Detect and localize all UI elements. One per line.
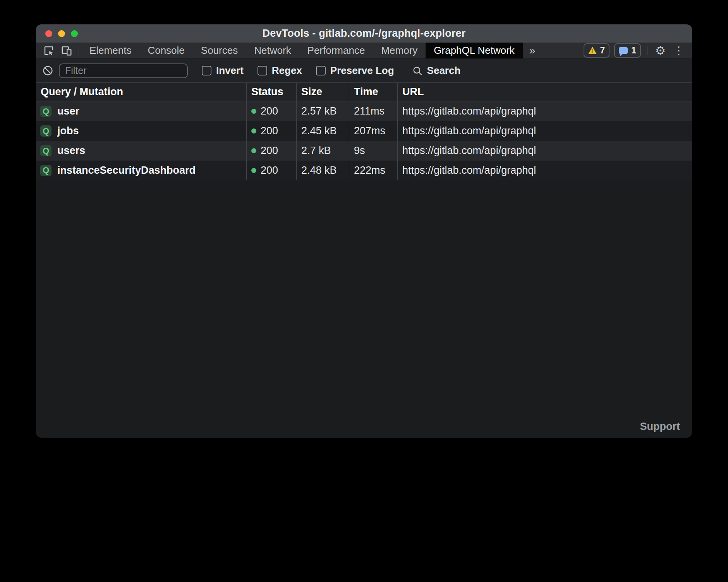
- table-row[interactable]: Q users 200 2.7 kB 9s https://gitlab.com…: [36, 141, 692, 161]
- tab-memory[interactable]: Memory: [373, 43, 426, 58]
- support-link[interactable]: Support: [638, 420, 682, 433]
- close-button[interactable]: [45, 30, 52, 37]
- checkbox-icon: [258, 66, 267, 75]
- tab-console[interactable]: Console: [139, 43, 192, 58]
- query-name: jobs: [57, 125, 79, 137]
- table-header: Query / Mutation Status Size Time URL: [36, 83, 692, 101]
- preserve-log-label: Preserve Log: [330, 65, 394, 77]
- checkbox-icon: [316, 66, 326, 75]
- column-header-time[interactable]: Time: [349, 83, 397, 101]
- regex-label: Regex: [272, 65, 302, 77]
- filter-toolbar: Invert Regex Preserve Log Search: [36, 59, 692, 83]
- devtools-tool-icons: [36, 43, 76, 58]
- warning-count: 7: [600, 45, 605, 56]
- query-type-badge: Q: [40, 106, 52, 117]
- query-type-badge: Q: [40, 165, 52, 176]
- column-header-status[interactable]: Status: [246, 83, 296, 101]
- query-name-cell: Q users: [36, 141, 246, 161]
- issue-count: 1: [631, 45, 636, 56]
- query-name: users: [57, 145, 85, 157]
- filter-input[interactable]: [59, 63, 188, 78]
- search-label: Search: [427, 65, 461, 77]
- search-icon: [412, 65, 423, 76]
- query-name-cell: Q instanceSecurityDashboard: [36, 161, 246, 180]
- column-header-query[interactable]: Query / Mutation: [36, 83, 246, 101]
- search-button[interactable]: Search: [410, 64, 463, 77]
- size-cell: 2.48 kB: [296, 161, 349, 180]
- more-options-icon[interactable]: ⋮: [672, 44, 686, 57]
- status-value: 200: [261, 125, 278, 137]
- tab-graphql-network[interactable]: GraphQL Network: [426, 43, 523, 58]
- url-cell: https://gitlab.com/api/graphql: [397, 161, 692, 180]
- issues-badge[interactable]: 1: [614, 43, 641, 58]
- status-ok-dot-icon: [251, 148, 256, 153]
- devtools-window: DevTools - gitlab.com/-/graphql-explorer…: [36, 24, 692, 438]
- clear-block-icon[interactable]: [42, 65, 53, 76]
- window-title: DevTools - gitlab.com/-/graphql-explorer: [36, 27, 692, 39]
- status-cell: 200: [246, 101, 296, 121]
- regex-checkbox[interactable]: Regex: [258, 65, 302, 77]
- warning-triangle-icon: [588, 47, 597, 54]
- tabbar-divider: [647, 46, 647, 55]
- device-toolbar-icon[interactable]: [61, 45, 72, 56]
- tabbar-right-cluster: 7 1 ⚙ ⋮: [584, 43, 692, 58]
- query-type-badge: Q: [40, 145, 52, 156]
- status-value: 200: [261, 164, 278, 176]
- query-name: user: [57, 105, 79, 117]
- status-ok-dot-icon: [251, 168, 256, 173]
- url-cell: https://gitlab.com/api/graphql: [397, 101, 692, 121]
- invert-label: Invert: [216, 65, 244, 77]
- tab-sources[interactable]: Sources: [193, 43, 246, 58]
- traffic-lights: [45, 24, 78, 43]
- size-cell: 2.7 kB: [296, 141, 349, 161]
- status-cell: 200: [246, 161, 296, 180]
- table-row[interactable]: Q instanceSecurityDashboard 200 2.48 kB …: [36, 161, 692, 180]
- tab-performance[interactable]: Performance: [299, 43, 373, 58]
- query-type-badge: Q: [40, 125, 52, 137]
- status-ok-dot-icon: [251, 128, 256, 134]
- checkbox-icon: [202, 66, 211, 75]
- titlebar: DevTools - gitlab.com/-/graphql-explorer: [36, 24, 692, 43]
- status-ok-dot-icon: [251, 109, 256, 114]
- status-cell: 200: [246, 141, 296, 161]
- warnings-badge[interactable]: 7: [584, 43, 610, 58]
- more-tabs-chevron-icon[interactable]: »: [523, 43, 542, 58]
- time-cell: 211ms: [349, 101, 397, 121]
- zoom-button[interactable]: [71, 30, 78, 37]
- size-cell: 2.45 kB: [296, 121, 349, 141]
- tab-bar: Elements Console Sources Network Perform…: [36, 43, 692, 59]
- column-header-url[interactable]: URL: [397, 83, 692, 101]
- table-row[interactable]: Q user 200 2.57 kB 211ms https://gitlab.…: [36, 101, 692, 121]
- url-cell: https://gitlab.com/api/graphql: [397, 141, 692, 161]
- inspect-element-icon[interactable]: [43, 45, 55, 56]
- status-value: 200: [261, 105, 278, 117]
- settings-gear-icon[interactable]: ⚙: [654, 44, 667, 57]
- time-cell: 9s: [349, 141, 397, 161]
- table-row[interactable]: Q jobs 200 2.45 kB 207ms https://gitlab.…: [36, 121, 692, 141]
- minimize-button[interactable]: [58, 30, 65, 37]
- status-cell: 200: [246, 121, 296, 141]
- message-bubble-icon: [619, 47, 628, 54]
- tabbar-divider: [79, 46, 79, 55]
- tab-elements[interactable]: Elements: [81, 43, 139, 58]
- query-name-cell: Q jobs: [36, 121, 246, 141]
- query-name: instanceSecurityDashboard: [57, 164, 196, 176]
- url-cell: https://gitlab.com/api/graphql: [397, 121, 692, 141]
- time-cell: 207ms: [349, 121, 397, 141]
- preserve-log-checkbox[interactable]: Preserve Log: [316, 65, 394, 77]
- size-cell: 2.57 kB: [296, 101, 349, 121]
- status-value: 200: [261, 145, 278, 157]
- invert-checkbox[interactable]: Invert: [202, 65, 244, 77]
- column-header-size[interactable]: Size: [296, 83, 349, 101]
- query-name-cell: Q user: [36, 101, 246, 121]
- time-cell: 222ms: [349, 161, 397, 180]
- tab-network[interactable]: Network: [246, 43, 299, 58]
